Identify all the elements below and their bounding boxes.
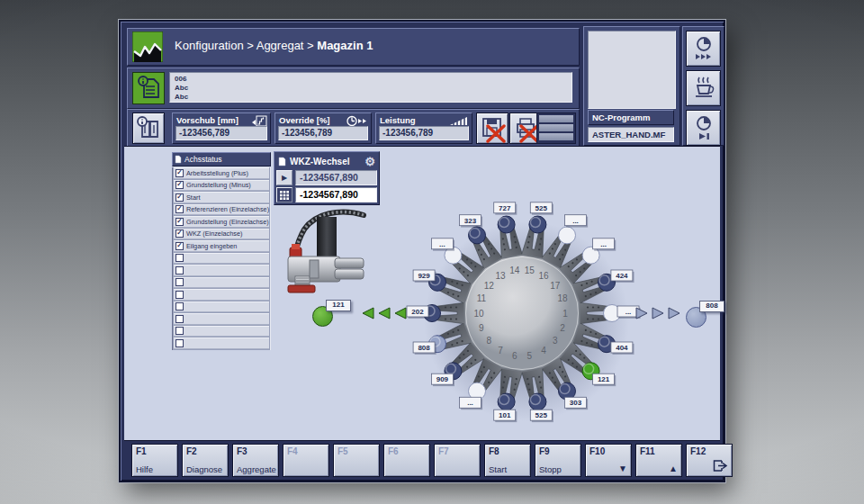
control-window: Konfiguration > Aggregat > Magazin 1 006…: [119, 20, 725, 482]
achsstatus-row: [174, 277, 269, 289]
magazine-position-number: 9: [479, 323, 484, 333]
checkbox[interactable]: [176, 315, 184, 323]
magazine-position-number: 7: [498, 346, 503, 356]
meter-leistung: Leistung -123456,789: [375, 112, 472, 144]
checkbox[interactable]: [176, 266, 184, 274]
checkbox[interactable]: ✓: [176, 242, 184, 250]
logbook-button[interactable]: [132, 112, 165, 144]
achsstatus-row-label: Grundstellung (Einzelachse): [186, 218, 269, 226]
fkey-f11[interactable]: F11▲: [635, 444, 682, 477]
wkz-header: WKZ-Wechsel ⚙: [276, 154, 377, 168]
achsstatus-panel: Achsstatus ✓Arbeitsstellung (Plus)✓Grund…: [172, 152, 271, 350]
clock-fast-forward-button[interactable]: [686, 31, 721, 67]
tool-number-badge: 808: [413, 342, 436, 355]
fkey-f8[interactable]: F8Start: [484, 444, 531, 477]
wkz-input-field[interactable]: -1234567,890: [295, 187, 377, 202]
fkey-label: Hilfe: [136, 464, 153, 474]
magazine-position-number: 12: [484, 281, 495, 291]
svg-text:202: 202: [411, 308, 424, 316]
fkey-f5[interactable]: F5: [333, 444, 380, 477]
function-key-row: F1HilfeF2DiagnoseF3AggregateF4F5F6F7F8St…: [124, 440, 720, 478]
achsstatus-row-label: Eilgang eingeben: [186, 242, 237, 250]
play-icon: ▶: [276, 170, 292, 185]
achsstatus-row-label: Grundstellung (Minus): [186, 181, 251, 189]
aggregate-image: [277, 206, 372, 296]
nc-panel: NC-Programm ASTER_HAND.MF: [583, 26, 680, 146]
achsstatus-row-label: Arbeitsstellung (Plus): [186, 169, 248, 177]
achsstatus-row: ✓Grundstellung (Minus): [174, 180, 269, 192]
triangle-down-icon: ▼: [618, 464, 627, 474]
magazine-position-number: 15: [525, 266, 536, 275]
fkey-f1[interactable]: F1Hilfe: [131, 444, 178, 477]
magazine-position-number: 3: [553, 336, 558, 346]
triangle-up-icon: ▲: [669, 464, 678, 474]
message-info-icon: [132, 72, 165, 104]
achsstatus-row: [174, 338, 269, 349]
fkey-label: Stopp: [539, 464, 562, 474]
checkbox[interactable]: ✓: [176, 218, 184, 226]
svg-text:929: 929: [418, 272, 430, 280]
svg-text:101: 101: [499, 411, 511, 419]
fkey-f4[interactable]: F4: [283, 444, 329, 477]
magazine-position-number: 13: [495, 271, 506, 281]
checkbox[interactable]: [176, 302, 184, 310]
checkbox[interactable]: ✓: [176, 169, 184, 177]
fkey-f10[interactable]: F10▼: [585, 444, 632, 477]
fkey-label: Diagnose: [186, 464, 222, 474]
svg-text:808: 808: [418, 344, 430, 352]
message-box: 006 Abc Abc: [169, 72, 572, 103]
achsstatus-title: Achsstatus: [184, 154, 222, 166]
tool-number-badge: 525: [530, 410, 554, 422]
meter-vorschub: Vorschub [mm] -123456,789: [172, 112, 271, 144]
fkey-f2[interactable]: F2Diagnose: [182, 444, 229, 477]
checkbox[interactable]: [176, 327, 184, 335]
fkey-f6[interactable]: F6: [383, 444, 430, 477]
achsstatus-row: [174, 313, 269, 325]
tool-number-badge: 121: [593, 374, 616, 386]
break-button[interactable]: [686, 70, 721, 106]
achsstatus-row: ✓WKZ (Einzelachse): [174, 229, 269, 240]
fkey-number: F10: [590, 446, 605, 456]
meter-leistung-label: Leistung: [380, 115, 416, 125]
magazine-position-number: 4: [541, 346, 546, 356]
fkey-number: F12: [690, 446, 706, 456]
svg-text:...: ...: [600, 240, 607, 248]
svg-text:121: 121: [598, 375, 610, 383]
checkbox[interactable]: ✓: [176, 205, 184, 213]
magazine-position-number: 14: [509, 266, 520, 275]
clock-step-end-button[interactable]: [686, 110, 721, 146]
tool-number-badge: 323: [460, 215, 483, 228]
wkz-settings-gear-icon[interactable]: ⚙: [364, 156, 375, 167]
tool-number-badge: 525: [530, 202, 554, 215]
tool-number-badge: 303: [565, 397, 589, 410]
checkbox[interactable]: [176, 291, 184, 299]
fkey-number: F6: [388, 446, 399, 456]
fkey-f12[interactable]: F12: [686, 444, 733, 477]
achsstatus-row: ✓Eilgang eingeben: [174, 240, 269, 252]
magazine-position-number: 10: [473, 309, 484, 319]
nc-program-label: NC-Programm: [588, 110, 674, 125]
fkey-f7[interactable]: F7: [434, 444, 481, 477]
wkz-wechsel-panel: WKZ-Wechsel ⚙ ▶ -1234567,890: [274, 151, 380, 205]
checkbox[interactable]: [176, 339, 184, 347]
magazine-position-number: 6: [512, 351, 518, 361]
fkey-f3[interactable]: F3Aggregate: [232, 444, 279, 477]
checkbox[interactable]: [176, 278, 184, 286]
message-panel: 006 Abc Abc: [127, 68, 580, 109]
fkey-f9[interactable]: F9Stopp: [535, 444, 581, 477]
checkbox[interactable]: ✓: [176, 230, 184, 238]
breadcrumb-path: Konfiguration > Aggregat >: [175, 39, 317, 52]
tool-number-badge: ...: [593, 238, 616, 251]
save-disabled-button[interactable]: [476, 112, 508, 144]
magazine-pocket-16[interactable]: [559, 227, 576, 244]
achsstatus-row: [174, 289, 269, 301]
tool-number-badge: 404: [611, 342, 634, 355]
nc-preview-box: [588, 31, 676, 109]
checkbox[interactable]: [176, 254, 184, 262]
checkbox[interactable]: ✓: [176, 181, 184, 189]
checkbox[interactable]: ✓: [176, 194, 184, 202]
achsstatus-row: [174, 326, 269, 338]
achsstatus-row: [174, 302, 269, 313]
fkey-label: Start: [489, 464, 507, 474]
fkey-number: F1: [136, 446, 147, 456]
